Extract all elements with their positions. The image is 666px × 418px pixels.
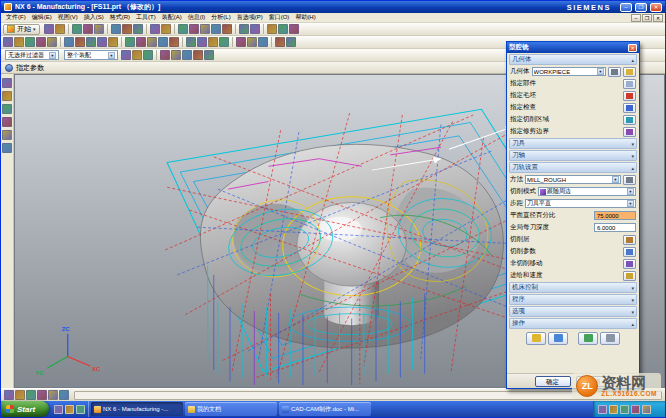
depth-per-cut-input[interactable] — [594, 223, 636, 232]
section-tool[interactable]: 刀具 ▾ — [509, 138, 637, 149]
delete-operation-icon[interactable] — [108, 37, 118, 47]
edit-geometry-button[interactable] — [608, 67, 621, 77]
create-operation-icon[interactable] — [47, 37, 57, 47]
snap-quadrant-icon[interactable] — [204, 50, 214, 60]
machine-tool-view-icon[interactable] — [197, 37, 207, 47]
rotate-icon[interactable] — [222, 24, 232, 34]
non-cutting-moves-button[interactable] — [623, 259, 636, 269]
menu-item-analysis[interactable]: 分析(L) — [208, 13, 233, 22]
section-actions[interactable]: 操作 ▴ — [509, 318, 637, 329]
orient-view-icon[interactable] — [247, 37, 257, 47]
section-geometry[interactable]: 几何体 ▴ — [509, 54, 637, 65]
task-button-word-doc[interactable]: CAD-CAM制作.doc - Mi... — [279, 402, 371, 416]
reuse-library-icon[interactable] — [2, 117, 12, 127]
pan-icon[interactable] — [211, 24, 221, 34]
internet-explorer-icon[interactable] — [54, 405, 63, 414]
machining-method-view-icon[interactable] — [219, 37, 229, 47]
section-options[interactable]: 选项 ▾ — [509, 306, 637, 317]
wireframe-icon[interactable] — [250, 24, 260, 34]
cut-pattern-select[interactable]: 跟随周边 ▾ — [538, 187, 636, 196]
chevron-down-icon[interactable]: ▾ — [627, 200, 634, 207]
antivirus-icon[interactable] — [631, 405, 640, 414]
menu-item-format[interactable]: 格式(R) — [107, 13, 133, 22]
paste-operation-icon[interactable] — [97, 37, 107, 47]
part-navigator-icon[interactable] — [2, 91, 12, 101]
edit-method-button[interactable] — [623, 175, 636, 185]
select-cut-area-button[interactable] — [623, 115, 636, 125]
section-machine-control[interactable]: 机床控制 ▾ — [509, 282, 637, 293]
mdi-minimize-button[interactable]: – — [631, 14, 641, 22]
window-icon[interactable] — [267, 24, 277, 34]
dialog-close-button[interactable]: ✕ — [628, 44, 637, 52]
create-method-icon[interactable] — [36, 37, 46, 47]
print-icon[interactable] — [83, 24, 93, 34]
ime-icon[interactable] — [642, 405, 651, 414]
highlight-icon[interactable] — [15, 390, 25, 400]
face-icon[interactable] — [132, 50, 142, 60]
copy-operation-icon[interactable] — [86, 37, 96, 47]
snap-mid-icon[interactable] — [171, 50, 181, 60]
shaded-with-edges-icon[interactable] — [239, 24, 249, 34]
snap-center-icon[interactable] — [182, 50, 192, 60]
chevron-down-icon[interactable]: ▾ — [597, 68, 604, 75]
snap-intersection-icon[interactable] — [193, 50, 203, 60]
cut-icon[interactable] — [111, 24, 121, 34]
task-button-nx[interactable]: NX 6 - Manufacturing -... — [91, 402, 183, 416]
assembly-navigator-icon[interactable] — [2, 78, 12, 88]
replay-button[interactable] — [548, 332, 568, 345]
ok-button[interactable]: 确定 — [535, 376, 571, 387]
create-tool-icon[interactable] — [14, 37, 24, 47]
network-icon[interactable] — [609, 405, 618, 414]
menu-item-information[interactable]: 信息(I) — [185, 13, 209, 22]
list-button[interactable] — [600, 332, 620, 345]
fit-view-icon[interactable] — [189, 24, 199, 34]
task-button-my-documents[interactable]: 我的文档 — [185, 402, 277, 416]
feeds-speeds-button[interactable] — [623, 271, 636, 281]
create-program-icon[interactable] — [3, 37, 13, 47]
chevron-down-icon[interactable]: ▾ — [627, 188, 634, 195]
select-part-button[interactable] — [623, 79, 636, 89]
chevron-down-icon[interactable]: ▾ — [108, 52, 115, 59]
section-tool-axis[interactable]: 刀轴 ▾ — [509, 150, 637, 161]
edit-object-icon[interactable] — [64, 37, 74, 47]
generate-toolpath-icon[interactable] — [125, 37, 135, 47]
dialog-title-bar[interactable]: 型腔铣 ✕ — [507, 42, 639, 53]
verify-toolpath-icon[interactable] — [147, 37, 157, 47]
snap-toggle-icon[interactable] — [26, 390, 36, 400]
create-geometry-icon[interactable] — [25, 37, 35, 47]
geometry-view-icon[interactable] — [208, 37, 218, 47]
close-button[interactable]: ✕ — [650, 3, 662, 12]
menu-item-view[interactable]: 视图(V) — [55, 13, 81, 22]
new-geometry-button[interactable] — [623, 67, 636, 77]
refresh-icon[interactable] — [178, 24, 188, 34]
cut-operation-icon[interactable] — [75, 37, 85, 47]
messenger-icon[interactable] — [620, 405, 629, 414]
zoom-in-out-icon[interactable] — [236, 37, 246, 47]
menu-item-file[interactable]: 文件(F) — [3, 13, 29, 22]
mdi-restore-button[interactable]: ❐ — [642, 14, 652, 22]
replay-toolpath-icon[interactable] — [136, 37, 146, 47]
operation-navigator-icon[interactable] — [2, 104, 12, 114]
materials-icon[interactable] — [2, 143, 12, 153]
select-any-icon[interactable] — [4, 390, 14, 400]
perspective-icon[interactable] — [258, 37, 268, 47]
menu-item-edit[interactable]: 编辑(E) — [29, 13, 55, 22]
redo-icon[interactable] — [161, 24, 171, 34]
post-process-icon[interactable] — [158, 37, 168, 47]
menu-item-help[interactable]: 帮助(H) — [292, 13, 318, 22]
wcs-icon[interactable] — [37, 390, 47, 400]
select-check-button[interactable] — [623, 103, 636, 113]
media-player-icon[interactable] — [76, 405, 85, 414]
list-toolpath-icon[interactable] — [169, 37, 179, 47]
maximize-button[interactable]: ❐ — [635, 3, 647, 12]
menu-item-assemblies[interactable]: 装配(A) — [159, 13, 185, 22]
volume-icon[interactable] — [598, 405, 607, 414]
menu-item-preferences[interactable]: 首选项(P) — [234, 13, 266, 22]
select-blank-button[interactable] — [623, 91, 636, 101]
selection-scope-select[interactable]: 整个装配 ▾ — [64, 50, 118, 60]
analysis-icon[interactable] — [286, 37, 296, 47]
menu-item-window[interactable]: 窗口(O) — [266, 13, 293, 22]
cutting-parameters-button[interactable] — [623, 247, 636, 257]
start-application-button[interactable]: 开始 ▾ — [3, 24, 40, 35]
start-button[interactable]: Start — [1, 401, 49, 417]
